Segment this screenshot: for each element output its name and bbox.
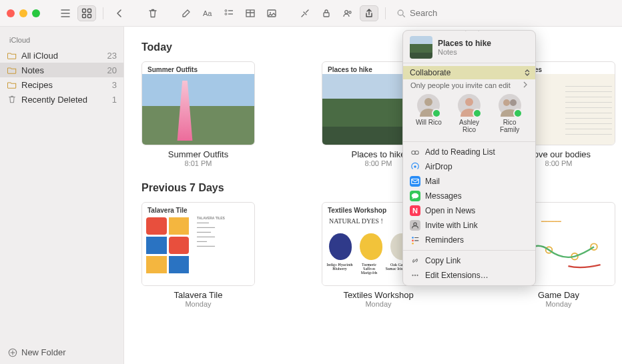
- share-footer-label: Copy Link: [425, 256, 460, 265]
- table-icon: [245, 8, 256, 19]
- minimize-window-button[interactable]: [19, 9, 27, 17]
- svg-point-26: [510, 99, 517, 106]
- share-app-label: Invite with Link: [425, 221, 478, 230]
- thumbnail-art: [142, 74, 254, 145]
- delete-button[interactable]: [143, 5, 162, 21]
- close-window-button[interactable]: [7, 9, 15, 17]
- share-permissions-row[interactable]: Only people you invite can edit: [403, 79, 535, 91]
- airdrop-icon: [410, 161, 420, 172]
- svg-text:━━━━━━: ━━━━━━: [541, 219, 561, 225]
- link-button[interactable]: [296, 5, 314, 21]
- share-person-will[interactable]: Will Rico: [411, 94, 446, 133]
- format-aa-icon: Aa: [202, 8, 213, 19]
- svg-point-25: [503, 99, 510, 106]
- search-field[interactable]: [392, 8, 490, 18]
- compose-icon: [181, 8, 192, 19]
- note-title: Talavera Tile: [141, 290, 255, 300]
- share-news[interactable]: N Open in News: [403, 203, 535, 218]
- share-invite-link[interactable]: Invite with Link: [403, 218, 535, 233]
- thumb-title: Summer Outfits: [142, 62, 254, 75]
- sidebar-item-notes[interactable]: Notes 20: [0, 63, 123, 77]
- svg-rect-0: [83, 9, 86, 12]
- checklist-button[interactable]: [220, 5, 238, 21]
- lock-button[interactable]: [317, 5, 336, 21]
- popover-subtitle: Notes: [438, 48, 491, 56]
- svg-point-36: [414, 275, 416, 276]
- person-name: Rico Family: [493, 119, 527, 133]
- folder-name: Notes: [21, 65, 44, 75]
- chevron-updown-icon: [525, 69, 530, 76]
- share-mode-label: Collaborate: [410, 68, 450, 77]
- table-button[interactable]: [241, 5, 260, 21]
- share-app-label: AirDrop: [425, 162, 452, 171]
- share-person-rico-family[interactable]: Rico Family: [493, 94, 527, 133]
- svg-rect-1: [88, 9, 91, 12]
- svg-point-33: [412, 240, 414, 242]
- popover-footer-section: Copy Link Edit Extensions…: [403, 250, 535, 285]
- share-reading-list[interactable]: Add to Reading List: [403, 145, 535, 159]
- share-mode-selector[interactable]: Collaborate: [403, 66, 535, 79]
- sidebar-item-recently-deleted[interactable]: Recently Deleted 1: [0, 92, 123, 107]
- share-app-label: Mail: [425, 177, 440, 186]
- person-name: Will Rico: [416, 119, 442, 126]
- share-person-ashley[interactable]: Ashley Rico: [452, 94, 487, 133]
- messages-badge-icon: [473, 109, 482, 118]
- share-mail[interactable]: Mail: [403, 174, 535, 189]
- share-popover: Places to hike Notes Collaborate Only pe…: [402, 30, 536, 286]
- folder-count: 3: [112, 80, 117, 90]
- avatar: [458, 94, 481, 117]
- share-button[interactable]: [360, 5, 378, 21]
- people-icon: [342, 8, 353, 19]
- format-button[interactable]: Aa: [198, 5, 217, 21]
- share-app-label: Reminders: [425, 235, 464, 245]
- back-button[interactable]: [110, 5, 129, 21]
- media-button[interactable]: [262, 5, 281, 21]
- toolbar-divider: [385, 7, 386, 19]
- sidebar-item-recipes[interactable]: Recipes 3: [0, 77, 123, 92]
- folder-icon: [7, 65, 17, 75]
- photo-icon: [266, 8, 277, 19]
- checklist-icon: [224, 8, 234, 19]
- search-input[interactable]: [410, 8, 490, 18]
- avatar: [417, 94, 440, 117]
- sidebar-item-all-icloud[interactable]: All iCloud 23: [0, 48, 123, 63]
- svg-point-31: [414, 223, 416, 225]
- chevron-left-icon: [114, 8, 125, 19]
- note-card-summer-outfits[interactable]: Summer Outfits Summer Outfits 8:01 PM: [141, 61, 255, 167]
- share-reminders[interactable]: Reminders: [403, 233, 535, 247]
- share-airdrop[interactable]: AirDrop: [403, 159, 535, 174]
- glasses-icon: [410, 147, 420, 157]
- folder-icon: [7, 50, 17, 61]
- titlebar: Aa: [0, 0, 622, 27]
- share-copy-link[interactable]: Copy Link: [403, 253, 535, 268]
- note-title: Summer Outfits: [141, 149, 255, 159]
- thumb-art-label: Indigo Hyacinth Bluberry: [326, 263, 353, 271]
- share-permission-label: Only people you invite can edit: [410, 81, 511, 89]
- thumb-art-text: TALAVERA TILES━━━━━━━━━━━━━━━━━━━━━━━━━━…: [197, 216, 250, 249]
- gallery-view-button[interactable]: [77, 5, 96, 21]
- fullscreen-window-button[interactable]: [32, 9, 40, 17]
- svg-point-23: [424, 98, 432, 106]
- thumb-art-lines: [565, 86, 612, 139]
- lock-icon: [321, 8, 332, 19]
- link-icon: [410, 255, 420, 266]
- share-people-strip: Will Rico Ashley Rico Rico Family: [403, 91, 535, 139]
- collaborate-button[interactable]: [338, 5, 357, 21]
- list-icon: [60, 8, 71, 19]
- list-view-button[interactable]: [56, 5, 75, 21]
- thumb-art-heading: NATURAL DYES !: [329, 217, 383, 225]
- trash-icon: [7, 94, 17, 105]
- svg-rect-10: [324, 13, 329, 17]
- note-time: Monday: [502, 300, 615, 308]
- folder-name: All iCloud: [21, 51, 58, 61]
- note-thumbnail: Talavera Tile TALAVERA TILES━━━━━━━━━━━━…: [141, 202, 255, 286]
- messages-badge-icon: [513, 109, 523, 118]
- new-folder-button[interactable]: New Folder: [0, 342, 123, 364]
- note-card-talavera-tile[interactable]: Talavera Tile TALAVERA TILES━━━━━━━━━━━━…: [141, 202, 255, 308]
- share-messages[interactable]: Messages: [403, 189, 535, 203]
- share-edit-extensions[interactable]: Edit Extensions…: [403, 268, 535, 283]
- share-footer-label: Edit Extensions…: [425, 271, 489, 280]
- share-app-label: Open in News: [425, 206, 475, 215]
- compose-button[interactable]: [177, 5, 196, 21]
- news-icon: N: [410, 205, 420, 216]
